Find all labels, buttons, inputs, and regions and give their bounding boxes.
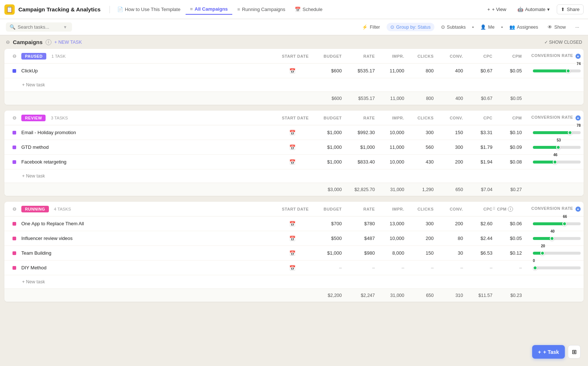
- task-start-date[interactable]: 📅: [276, 159, 309, 165]
- task-clicks: 430: [404, 159, 434, 165]
- task-start-date[interactable]: 📅: [276, 265, 309, 271]
- progress-handle[interactable]: [556, 145, 560, 150]
- task-start-date[interactable]: 📅: [276, 68, 309, 74]
- search-input[interactable]: [18, 24, 62, 30]
- progress-bar[interactable]: 66: [533, 220, 581, 227]
- task-name[interactable]: Team Building: [21, 250, 276, 256]
- progress-bar[interactable]: 53: [533, 144, 581, 151]
- tab-template[interactable]: 📄 How to Use This Template: [113, 4, 185, 14]
- progress-fill: [533, 131, 570, 134]
- task-rate: $1,000: [342, 144, 375, 150]
- cpm-info-icon[interactable]: i: [508, 207, 513, 212]
- paused-label: PAUSED 1 TASK: [21, 53, 276, 60]
- grid-view-button[interactable]: ⊞: [568, 345, 581, 359]
- progress-handle[interactable]: [550, 236, 554, 241]
- automate-button[interactable]: 🤖 Automate ▾: [513, 4, 554, 14]
- summary-row-review: $3,000 $2,825.70 31,000 1,290 650 $7.04 …: [4, 183, 584, 196]
- task-name[interactable]: Facebook retargeting: [21, 159, 276, 165]
- show-closed-button[interactable]: ✓ SHOW CLOSED: [544, 40, 582, 45]
- progress-bar[interactable]: 0: [533, 265, 581, 271]
- progress-handle[interactable]: [540, 251, 545, 255]
- summary-rate: $535.17: [342, 96, 375, 101]
- review-label: REVIEW 3 TASKS: [21, 115, 276, 121]
- row-icon: [7, 237, 21, 240]
- task-cpm: $0.09: [492, 144, 522, 150]
- task-impr: –: [375, 265, 404, 270]
- new-task-link[interactable]: + NEW TASK: [54, 40, 82, 45]
- view-button[interactable]: + + View: [483, 4, 510, 14]
- row-icon: [7, 160, 21, 164]
- row-icon: [7, 251, 21, 255]
- progress-handle[interactable]: [553, 160, 557, 164]
- summary-cpm: $0.27: [492, 187, 522, 192]
- task-name[interactable]: GTD method: [21, 144, 276, 150]
- share-button[interactable]: ⬆ Share: [557, 4, 584, 14]
- task-name[interactable]: Email - Holiday promotion: [21, 130, 276, 135]
- task-conv: 400: [434, 68, 463, 73]
- task-rate: $833.40: [342, 159, 375, 165]
- filter-button[interactable]: ⚡ Filter: [359, 23, 383, 31]
- collapse-running-button[interactable]: ⊖: [7, 206, 21, 212]
- task-color-indicator: [12, 69, 16, 73]
- info-icon[interactable]: i: [46, 39, 51, 45]
- task-clicks: 300: [404, 221, 434, 226]
- task-color-indicator: [12, 131, 16, 134]
- add-task-row[interactable]: + New task: [4, 275, 584, 288]
- progress-handle[interactable]: [566, 69, 570, 73]
- task-impr: 11,000: [375, 144, 404, 150]
- paused-badge: PAUSED: [21, 53, 46, 60]
- assignees-button[interactable]: 👥 Assignees: [506, 23, 541, 31]
- progress-bar[interactable]: 78: [533, 129, 581, 136]
- me-button[interactable]: 👤 Me: [477, 23, 497, 31]
- progress-bar[interactable]: 40: [533, 235, 581, 242]
- task-start-date[interactable]: 📅: [276, 221, 309, 227]
- task-cpc: $3.31: [463, 130, 492, 135]
- task-impr: 13,000: [375, 221, 404, 226]
- task-name[interactable]: One App to Replace Them All: [21, 221, 276, 226]
- more-button[interactable]: ···: [573, 23, 582, 31]
- progress-bar[interactable]: 20: [533, 250, 581, 256]
- collapse-paused-button[interactable]: ⊖: [7, 53, 21, 59]
- collapse-campaigns-button[interactable]: ⊖: [6, 39, 10, 45]
- subtasks-button[interactable]: ⊙ Subtasks: [438, 23, 469, 31]
- task-name[interactable]: Influencer review videos: [21, 236, 276, 241]
- summary-impr: 31,000: [375, 187, 404, 192]
- bottom-right-actions: + + Task ⊞: [532, 345, 581, 359]
- task-name[interactable]: DIY Method: [21, 265, 276, 270]
- search-box[interactable]: 🔍 ▾: [6, 22, 72, 32]
- row-icon: [7, 131, 21, 134]
- task-rate: $980: [342, 250, 375, 256]
- progress-handle[interactable]: [562, 222, 567, 226]
- task-name[interactable]: ClickUp: [21, 68, 276, 73]
- col-conv-1: CONV.: [434, 116, 463, 120]
- task-cpc: $0.67: [463, 68, 492, 73]
- show-button[interactable]: 👁 Show: [545, 23, 569, 31]
- tab-schedule[interactable]: 📅 Schedule: [290, 4, 327, 14]
- share-label: Share: [567, 7, 580, 12]
- add-task-row[interactable]: + New task: [4, 169, 584, 183]
- task-budget: $1,000: [309, 130, 342, 135]
- progress-bar[interactable]: 74: [533, 68, 581, 74]
- share-icon: ⬆: [561, 7, 565, 12]
- group-by-button[interactable]: ⊙ Group by: Status: [387, 23, 434, 31]
- task-clicks: 200: [404, 236, 434, 241]
- collapse-review-button[interactable]: ⊖: [7, 115, 21, 121]
- list2-icon: ≡: [237, 7, 240, 12]
- task-conversion-rate: 53: [522, 144, 581, 151]
- summary-cpm: $0.23: [492, 293, 522, 298]
- progress-bar[interactable]: 46: [533, 159, 581, 165]
- task-start-date[interactable]: 📅: [276, 236, 309, 241]
- add-task-row[interactable]: + New task: [4, 78, 584, 92]
- task-color-indicator: [12, 160, 16, 164]
- task-start-date[interactable]: 📅: [276, 144, 309, 150]
- progress-handle[interactable]: [533, 266, 537, 270]
- col-budget-2: BUDGET: [309, 207, 342, 211]
- col-start-date-2: START DATE: [276, 207, 309, 211]
- task-rate: $780: [342, 221, 375, 226]
- add-task-button[interactable]: + + Task: [532, 345, 565, 359]
- task-start-date[interactable]: 📅: [276, 250, 309, 256]
- progress-handle[interactable]: [568, 130, 572, 135]
- tab-all-campaigns[interactable]: ≡ All Campaigns: [186, 4, 232, 15]
- tab-running[interactable]: ≡ Running Campaigns: [233, 4, 290, 14]
- task-start-date[interactable]: 📅: [276, 130, 309, 136]
